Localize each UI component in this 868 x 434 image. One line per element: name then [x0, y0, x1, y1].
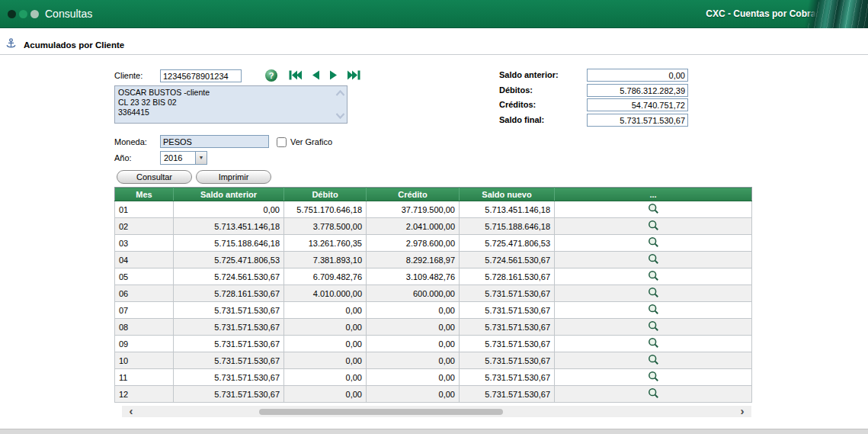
magnifier-icon	[648, 304, 659, 315]
table-body: 01 0,00 5.751.170.646,18 37.719.500,00 5…	[115, 201, 752, 403]
table-cell-saldo-anterior: 0,00	[174, 201, 284, 218]
table-header-row: Mes Saldo anterior Débito Crédito Saldo …	[115, 188, 752, 201]
table-cell-saldo-nuevo: 5.731.571.530,67	[460, 369, 555, 386]
table-row: 11 5.731.571.530,67 0,00 0,00 5.731.571.…	[115, 369, 752, 386]
table-cell-mes: 06	[115, 285, 174, 302]
table-cell-saldo-nuevo: 5.731.571.530,67	[460, 386, 555, 403]
detail-button[interactable]	[648, 220, 659, 233]
imprimir-button[interactable]: Imprimir	[196, 170, 271, 184]
detail-button[interactable]	[648, 203, 659, 216]
table-row: 09 5.731.571.530,67 0,00 0,00 5.731.571.…	[115, 336, 752, 352]
table-cell-saldo-nuevo: 5.724.561.530,67	[460, 252, 555, 268]
creditos-label: Créditos:	[499, 98, 536, 111]
anio-select[interactable]: 2016 ▼	[160, 151, 207, 165]
detail-button[interactable]	[648, 253, 659, 266]
table-cell-debito: 0,00	[284, 352, 367, 369]
nav-first-button[interactable]	[289, 70, 302, 80]
table-cell-debito: 5.751.170.646,18	[284, 201, 367, 218]
table-cell-saldo-nuevo: 5.728.161.530,67	[460, 268, 555, 285]
table-cell-detail	[555, 252, 752, 268]
column-header-saldo-anterior: Saldo anterior	[174, 188, 284, 201]
table-cell-saldo-nuevo: 5.731.571.530,67	[460, 302, 555, 319]
anio-label: Año:	[114, 152, 132, 165]
table-cell-credito: 0,00	[367, 302, 460, 319]
moneda-input[interactable]	[160, 135, 269, 148]
client-info-line: OSCAR BUSTOS -cliente	[118, 88, 333, 98]
table-cell-mes: 12	[115, 386, 174, 403]
magnifier-icon	[648, 236, 659, 248]
nav-prev-button[interactable]	[311, 70, 320, 80]
table-cell-mes: 11	[115, 369, 174, 386]
table-cell-saldo-anterior: 5.731.571.530,67	[174, 336, 284, 352]
horizontal-scrollbar[interactable]: ‹ ›	[122, 406, 751, 417]
saldo-anterior-field[interactable]	[587, 69, 688, 82]
nav-next-button[interactable]	[329, 70, 338, 80]
help-icon[interactable]: ?	[265, 69, 277, 82]
table-cell-saldo-nuevo: 5.715.188.646,18	[460, 218, 555, 235]
table-cell-saldo-anterior: 5.715.188.646,18	[174, 235, 284, 252]
detail-button[interactable]	[648, 337, 659, 350]
table-cell-detail	[555, 201, 752, 218]
detail-button[interactable]	[648, 371, 659, 384]
table-cell-saldo-nuevo: 5.725.471.806,53	[460, 235, 555, 252]
scroll-down-icon[interactable]	[335, 111, 345, 121]
client-info-line: CL 23 32 BIS 02	[118, 98, 333, 108]
table-row: 08 5.731.571.530,67 0,00 0,00 5.731.571.…	[115, 319, 752, 336]
magnifier-icon	[648, 287, 659, 298]
table-row: 02 5.713.451.146,18 3.778.500,00 2.041.0…	[115, 218, 752, 235]
table-cell-saldo-anterior: 5.724.561.530,67	[174, 268, 284, 285]
table-row: 06 5.728.161.530,67 4.010.000,00 600.000…	[115, 285, 752, 302]
debitos-label: Débitos:	[499, 84, 533, 97]
detail-button[interactable]	[648, 287, 659, 300]
table-cell-detail	[555, 235, 752, 252]
table-row: 05 5.724.561.530,67 6.709.482,76 3.109.4…	[115, 268, 752, 285]
page-title: Acumulados por Cliente	[24, 40, 124, 50]
column-header-credito: Crédito	[367, 188, 460, 201]
table-cell-detail	[555, 319, 752, 336]
nav-last-button[interactable]	[348, 70, 360, 80]
detail-button[interactable]	[648, 236, 659, 249]
table-cell-saldo-nuevo: 5.731.571.530,67	[460, 336, 555, 352]
table-cell-credito: 0,00	[367, 369, 460, 386]
table-cell-saldo-anterior: 5.731.571.530,67	[174, 302, 284, 319]
table-cell-mes: 07	[115, 302, 174, 319]
window-dot-icon	[30, 10, 39, 18]
table-cell-detail	[555, 268, 752, 285]
ver-grafico-checkbox[interactable]	[277, 137, 287, 147]
debitos-field[interactable]	[587, 84, 688, 97]
table-cell-credito: 0,00	[367, 319, 460, 336]
column-header-detail: ...	[555, 188, 752, 201]
window-dots	[8, 10, 39, 18]
table-cell-credito: 0,00	[367, 352, 460, 369]
window-bottom-edge	[0, 429, 868, 434]
table-row: 10 5.731.571.530,67 0,00 0,00 5.731.571.…	[115, 352, 752, 369]
scrollbar-thumb[interactable]	[259, 409, 503, 415]
client-info-textarea[interactable]: OSCAR BUSTOS -clienteCL 23 32 BIS 023364…	[114, 85, 348, 124]
section-divider	[0, 54, 868, 55]
ver-grafico-label: Ver Grafico	[290, 136, 332, 149]
saldo-final-field[interactable]	[587, 114, 688, 127]
creditos-field[interactable]	[587, 98, 688, 111]
moneda-label: Moneda:	[114, 136, 147, 149]
table-cell-saldo-anterior: 5.731.571.530,67	[174, 352, 284, 369]
detail-button[interactable]	[648, 354, 659, 367]
table-cell-debito: 0,00	[284, 386, 367, 403]
table-cell-saldo-nuevo: 5.713.451.146,18	[460, 201, 555, 218]
detail-button[interactable]	[648, 304, 659, 317]
cliente-input[interactable]	[160, 69, 242, 82]
table-cell-debito: 7.381.893,10	[284, 252, 367, 268]
table-cell-debito: 0,00	[284, 302, 367, 319]
scroll-left-icon[interactable]: ‹	[125, 405, 137, 416]
next-icon	[329, 70, 338, 80]
table-cell-saldo-anterior: 5.728.161.530,67	[174, 285, 284, 302]
results-table: Mes Saldo anterior Débito Crédito Saldo …	[114, 187, 752, 403]
detail-button[interactable]	[648, 270, 659, 283]
scroll-up-icon[interactable]	[335, 88, 345, 98]
scroll-right-icon[interactable]: ›	[736, 405, 748, 416]
magnifier-icon	[648, 270, 659, 281]
header-decoration	[795, 0, 868, 28]
detail-button[interactable]	[648, 320, 659, 333]
magnifier-icon	[648, 220, 659, 231]
consultar-button[interactable]: Consultar	[117, 170, 192, 184]
detail-button[interactable]	[648, 387, 659, 400]
